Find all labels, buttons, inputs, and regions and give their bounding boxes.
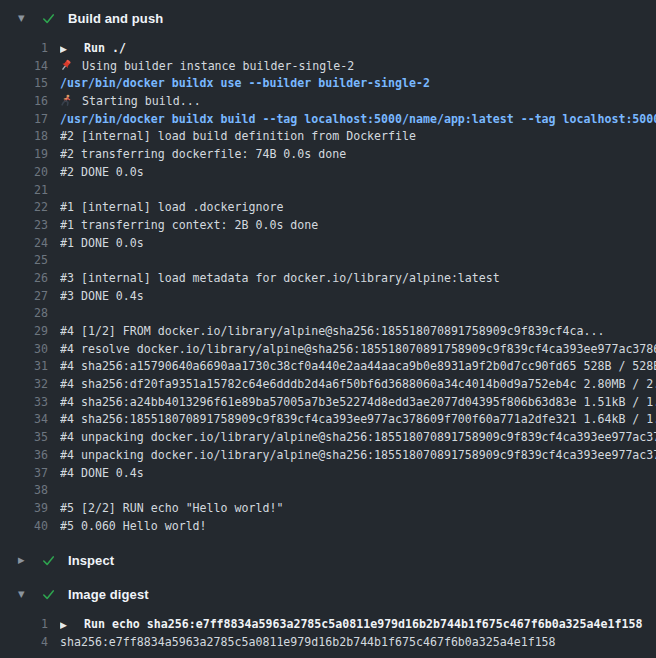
line-number[interactable]: 19 — [0, 146, 48, 164]
line-text: #4 DONE 0.4s — [60, 465, 656, 483]
line-text: #4 [1/2] FROM docker.io/library/alpine@s… — [60, 323, 656, 341]
log-line: 27 #3 DONE 0.4s — [0, 288, 656, 306]
line-text — [60, 182, 656, 200]
chevron-icon[interactable]: ▼ — [18, 14, 28, 23]
workflow-log-viewer: ▼ Build and push 1 ▶Run ./ 14 Using buil… — [0, 0, 656, 658]
line-text: #4 unpacking docker.io/library/alpine@sh… — [60, 447, 656, 465]
run-group-arrow-icon[interactable]: ▶ — [60, 41, 74, 58]
log-line: 15 /usr/bin/docker buildx use --builder … — [0, 75, 656, 93]
line-number[interactable]: 35 — [0, 429, 48, 447]
step-build-and-push: ▼ Build and push 1 ▶Run ./ 14 Using buil… — [0, 0, 656, 535]
step-header[interactable]: ▶ Inspect — [0, 545, 656, 575]
log-line: 20 #2 DONE 0.0s — [0, 164, 656, 182]
line-text: ▶Run echo sha256:e7ff8834a5963a2785c5a08… — [60, 616, 656, 634]
log-line: 40 #5 0.060 Hello world! — [0, 518, 656, 536]
line-number[interactable]: 36 — [0, 447, 48, 465]
line-number[interactable]: 24 — [0, 235, 48, 253]
line-text: #5 [2/2] RUN echo "Hello world!" — [60, 500, 656, 518]
steps-list: ▼ Build and push 1 ▶Run ./ 14 Using buil… — [0, 0, 656, 652]
line-number[interactable]: 26 — [0, 270, 48, 288]
line-number[interactable]: 15 — [0, 75, 48, 93]
line-number[interactable]: 23 — [0, 217, 48, 235]
line-number[interactable]: 30 — [0, 341, 48, 359]
line-number[interactable]: 4 — [0, 634, 48, 652]
line-number[interactable]: 1 — [0, 40, 48, 58]
log-line: 1 ▶Run ./ — [0, 40, 656, 58]
step-log-lines: 1 ▶Run echo sha256:e7ff8834a5963a2785c5a… — [0, 616, 656, 651]
line-number[interactable]: 29 — [0, 323, 48, 341]
line-text: ▶Run ./ — [60, 40, 656, 58]
log-line: 4 sha256:e7ff8834a5963a2785c5a0811e979d1… — [0, 634, 656, 652]
line-number[interactable]: 38 — [0, 482, 48, 500]
line-number[interactable]: 17 — [0, 111, 48, 129]
log-line: 22 #1 [internal] load .dockerignore — [0, 199, 656, 217]
step-header[interactable]: ▼ Image digest — [0, 579, 656, 609]
line-text: #4 sha256:a24bb4013296f61e89ba57005a7b3e… — [60, 394, 656, 412]
line-number[interactable]: 1 — [0, 616, 48, 634]
log-line: 1 ▶Run echo sha256:e7ff8834a5963a2785c5a… — [0, 616, 656, 634]
line-number[interactable]: 39 — [0, 500, 48, 518]
chevron-icon[interactable]: ▼ — [18, 590, 28, 599]
line-number[interactable]: 20 — [0, 164, 48, 182]
line-number[interactable]: 31 — [0, 358, 48, 376]
log-line: 21 — [0, 182, 656, 200]
line-text: #2 DONE 0.0s — [60, 164, 656, 182]
line-number[interactable]: 32 — [0, 376, 48, 394]
step-title: Inspect — [68, 553, 114, 568]
line-number[interactable]: 22 — [0, 199, 48, 217]
log-line: 38 — [0, 482, 656, 500]
log-line: 14 Using builder instance builder-single… — [0, 58, 656, 76]
line-text: #1 [internal] load .dockerignore — [60, 199, 656, 217]
line-number[interactable]: 21 — [0, 182, 48, 200]
log-line: 30 #4 resolve docker.io/library/alpine@s… — [0, 341, 656, 359]
line-text — [60, 305, 656, 323]
log-line: 31 #4 sha256:a15790640a6690aa1730c38cf0a… — [0, 358, 656, 376]
log-line: 28 — [0, 305, 656, 323]
line-text — [60, 482, 656, 500]
step-inspect: ▶ Inspect — [0, 545, 656, 575]
line-number[interactable]: 40 — [0, 518, 48, 536]
log-line: 23 #1 transferring context: 2B 0.0s done — [0, 217, 656, 235]
line-number[interactable]: 28 — [0, 305, 48, 323]
line-text: #4 unpacking docker.io/library/alpine@sh… — [60, 429, 656, 447]
log-line: 36 #4 unpacking docker.io/library/alpine… — [0, 447, 656, 465]
line-number[interactable]: 16 — [0, 93, 48, 111]
line-number[interactable]: 14 — [0, 58, 48, 76]
line-number[interactable]: 33 — [0, 394, 48, 412]
line-text: /usr/bin/docker buildx build --tag local… — [60, 111, 656, 129]
log-line: 18 #2 [internal] load build definition f… — [0, 128, 656, 146]
line-text: #4 sha256:a15790640a6690aa1730c38cf0a440… — [60, 358, 656, 376]
line-text: Using builder instance builder-single-2 — [60, 58, 656, 76]
line-text: #3 [internal] load metadata for docker.i… — [60, 270, 656, 288]
log-line: 29 #4 [1/2] FROM docker.io/library/alpin… — [0, 323, 656, 341]
log-line: 25 — [0, 252, 656, 270]
line-number[interactable]: 27 — [0, 288, 48, 306]
line-text: #1 DONE 0.0s — [60, 235, 656, 253]
log-line: 39 #5 [2/2] RUN echo "Hello world!" — [0, 500, 656, 518]
line-text: sha256:e7ff8834a5963a2785c5a0811e979d16b… — [60, 634, 656, 652]
chevron-icon[interactable]: ▶ — [18, 556, 28, 565]
line-number[interactable]: 34 — [0, 411, 48, 429]
log-line: 35 #4 unpacking docker.io/library/alpine… — [0, 429, 656, 447]
line-text: #3 DONE 0.4s — [60, 288, 656, 306]
log-line: 24 #1 DONE 0.0s — [0, 235, 656, 253]
line-number[interactable]: 25 — [0, 252, 48, 270]
step-log-lines: 1 ▶Run ./ 14 Using builder instance buil… — [0, 40, 656, 535]
check-circle-icon — [42, 554, 55, 567]
line-number[interactable]: 18 — [0, 128, 48, 146]
run-group-arrow-icon[interactable]: ▶ — [60, 617, 74, 634]
line-text — [60, 252, 656, 270]
line-text: #5 0.060 Hello world! — [60, 518, 656, 536]
log-line: 16 Starting build... — [0, 93, 656, 111]
line-number[interactable]: 37 — [0, 465, 48, 483]
line-text: #2 transferring dockerfile: 74B 0.0s don… — [60, 146, 656, 164]
line-text: #1 transferring context: 2B 0.0s done — [60, 217, 656, 235]
log-line: 26 #3 [internal] load metadata for docke… — [0, 270, 656, 288]
log-line: 37 #4 DONE 0.4s — [0, 465, 656, 483]
step-title: Build and push — [68, 11, 163, 26]
line-text: /usr/bin/docker buildx use --builder bui… — [60, 75, 656, 93]
step-title: Image digest — [68, 587, 149, 602]
line-text: #4 sha256:185518070891758909c9f839cf4ca3… — [60, 411, 656, 429]
line-text: #4 sha256:df20fa9351a15782c64e6dddb2d4a6… — [60, 376, 656, 394]
step-header[interactable]: ▼ Build and push — [0, 0, 656, 36]
